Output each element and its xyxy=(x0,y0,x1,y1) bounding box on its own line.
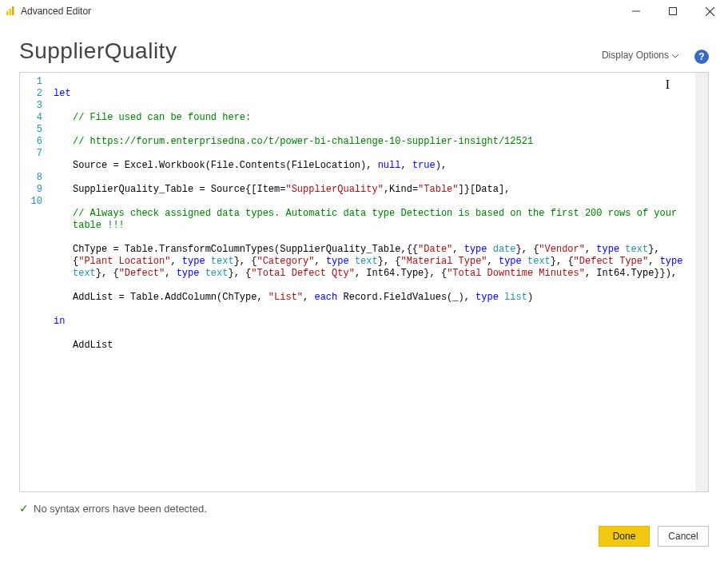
done-button[interactable]: Done xyxy=(599,526,650,547)
query-name: SupplierQuality xyxy=(19,38,177,64)
code-editor[interactable]: 1 2 3 4 5 6 7 8 9 10 let // File used ca… xyxy=(19,72,709,492)
chevron-down-icon xyxy=(672,50,678,61)
maximize-button[interactable] xyxy=(654,0,691,22)
minimize-button[interactable] xyxy=(618,0,654,22)
header: SupplierQuality Display Options ? xyxy=(0,22,728,72)
code-text[interactable]: let // File used can be found here: // h… xyxy=(49,73,695,491)
svg-rect-2 xyxy=(12,6,14,15)
close-button[interactable] xyxy=(691,0,728,22)
window-title: Advanced Editor xyxy=(21,6,91,17)
check-icon: ✓ xyxy=(19,502,29,515)
svg-rect-1 xyxy=(10,9,12,15)
vertical-scrollbar[interactable] xyxy=(695,73,708,491)
svg-rect-4 xyxy=(670,8,677,15)
text-cursor-icon: I xyxy=(666,78,670,92)
titlebar: Advanced Editor xyxy=(0,0,728,22)
status-message: No syntax errors have been detected. xyxy=(34,503,207,515)
cancel-button[interactable]: Cancel xyxy=(658,526,709,547)
display-options-dropdown[interactable]: Display Options xyxy=(597,46,683,64)
help-icon[interactable]: ? xyxy=(694,50,709,64)
powerbi-icon xyxy=(5,6,16,17)
display-options-label: Display Options xyxy=(602,50,669,61)
svg-rect-0 xyxy=(6,11,9,15)
line-number-gutter: 1 2 3 4 5 6 7 8 9 10 xyxy=(20,73,49,491)
footer: Done Cancel xyxy=(0,515,728,547)
status-bar: ✓ No syntax errors have been detected. xyxy=(0,492,728,515)
